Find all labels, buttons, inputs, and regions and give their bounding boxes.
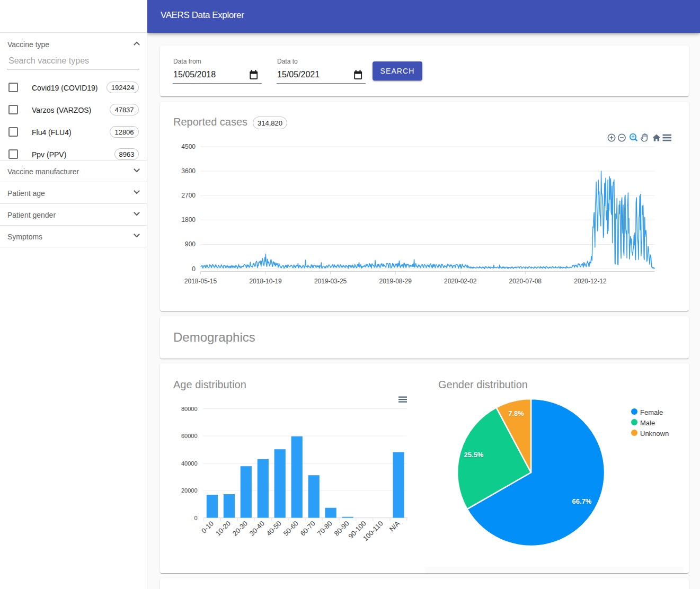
svg-text:80000: 80000 [181,406,198,412]
svg-text:2018-10-19: 2018-10-19 [249,278,282,285]
svg-text:0: 0 [192,265,196,273]
svg-text:20000: 20000 [181,487,198,494]
svg-text:0: 0 [194,515,197,521]
svg-text:4500: 4500 [181,143,196,150]
svg-text:2019-03-25: 2019-03-25 [314,278,347,285]
svg-text:1800: 1800 [181,216,196,224]
svg-text:40000: 40000 [181,460,198,467]
svg-text:10-20: 10-20 [214,520,232,538]
svg-text:2020-02-02: 2020-02-02 [444,278,477,285]
svg-text:70-80: 70-80 [316,520,334,538]
svg-text:20-30: 20-30 [231,520,249,538]
svg-text:2018-05-15: 2018-05-15 [184,278,217,285]
svg-text:50-60: 50-60 [282,520,300,538]
svg-text:900: 900 [185,240,196,248]
svg-text:0-10: 0-10 [200,520,215,535]
svg-text:2019-08-29: 2019-08-29 [379,278,412,285]
svg-text:30-40: 30-40 [248,520,266,538]
svg-text:2020-12-12: 2020-12-12 [574,278,607,285]
svg-text:60000: 60000 [181,433,198,439]
svg-text:60-70: 60-70 [299,520,317,538]
svg-text:2020-07-08: 2020-07-08 [509,278,542,285]
svg-text:40-50: 40-50 [265,520,283,538]
svg-text:3600: 3600 [181,167,196,175]
svg-text:2700: 2700 [181,192,196,199]
